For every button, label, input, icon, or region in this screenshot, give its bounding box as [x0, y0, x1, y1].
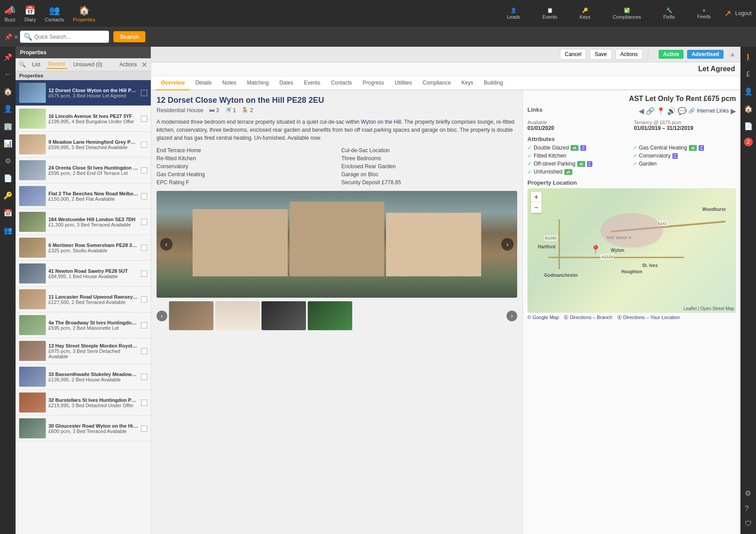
- directions-location-link[interactable]: 🛈 Directions – Your Location: [617, 315, 680, 320]
- nav-compliances[interactable]: ✅ Compliances: [608, 8, 646, 20]
- search-button[interactable]: Search: [113, 31, 145, 42]
- property-item[interactable]: 12 Dorset Close Wyton on the Hill PE28 2…: [16, 80, 151, 106]
- tab-overview[interactable]: Overview: [156, 76, 190, 90]
- tab-dates[interactable]: Dates: [274, 76, 298, 90]
- search-input[interactable]: [34, 34, 105, 40]
- right-sidebar-alert-icon[interactable]: 2: [744, 138, 753, 146]
- gallery-next-button[interactable]: ›: [501, 238, 514, 251]
- panel-actions-button[interactable]: Actions: [120, 61, 137, 68]
- tab-list[interactable]: List: [30, 61, 42, 69]
- tab-compliance[interactable]: Compliance: [417, 76, 456, 90]
- directions-branch-link[interactable]: 🛈 Directions – Branch: [563, 315, 612, 320]
- tab-building[interactable]: Building: [479, 76, 508, 90]
- nav-events[interactable]: 📋 Events: [538, 8, 562, 20]
- cancel-button[interactable]: Cancel: [560, 49, 586, 60]
- right-sidebar-person-icon[interactable]: 🚶: [742, 51, 755, 63]
- sidebar-key-icon[interactable]: 🔑: [2, 190, 14, 202]
- panel-close-icon[interactable]: ✕: [141, 61, 147, 69]
- thumbnail-3[interactable]: [261, 301, 306, 330]
- nav-properties[interactable]: 🏠 Properties: [73, 5, 95, 22]
- sidebar-settings-icon[interactable]: ⚙: [3, 155, 13, 167]
- right-sidebar-pound-icon[interactable]: £: [744, 69, 752, 80]
- property-checkbox[interactable]: [141, 322, 147, 328]
- property-item[interactable]: 33 Bassenthwaite Stukeley Meadows Huntin…: [16, 364, 151, 390]
- thumbnail-4[interactable]: [308, 301, 352, 330]
- property-checkbox[interactable]: [141, 142, 147, 148]
- map-zoom-in-button[interactable]: +: [531, 192, 542, 202]
- nav-right-icon[interactable]: ▶: [731, 107, 736, 115]
- tab-details[interactable]: Details: [190, 76, 217, 90]
- internet-links-button[interactable]: 🔗 Internet Links: [688, 107, 729, 115]
- tab-keys[interactable]: Keys: [456, 76, 479, 90]
- nav-buzz[interactable]: 📣 Buzz: [4, 5, 16, 22]
- google-map-link[interactable]: © Google Map: [527, 315, 559, 320]
- nav-fixflo[interactable]: 🔧 Fixflo: [659, 8, 679, 20]
- property-checkbox[interactable]: [141, 245, 147, 251]
- right-sidebar-shield-icon[interactable]: 🛡: [743, 518, 754, 530]
- sidebar-chart-icon[interactable]: 📊: [2, 138, 14, 150]
- nav-contacts[interactable]: 👥 Contacts: [45, 5, 64, 22]
- property-item[interactable]: 11 Lancaster Road Upwood Ramsey PE26 2PX…: [16, 287, 151, 312]
- sidebar-building-icon[interactable]: 🏢: [2, 120, 14, 132]
- right-sidebar-document-icon[interactable]: 📄: [742, 120, 755, 132]
- right-sidebar-help-icon[interactable]: ?: [743, 503, 754, 514]
- property-checkbox[interactable]: [141, 271, 147, 277]
- property-checkbox[interactable]: [141, 400, 147, 406]
- tab-utilities[interactable]: Utilities: [390, 76, 418, 90]
- property-item[interactable]: 9 Meadow Lane Hemingford Grey PE28 9DH £…: [16, 132, 151, 158]
- property-item[interactable]: Flat 2 The Beeches New Road Melbourn SG8…: [16, 183, 151, 209]
- property-item[interactable]: 24 Orenta Close St Ives Huntingdon PE27 …: [16, 158, 151, 183]
- thumb-next-button[interactable]: ›: [507, 311, 517, 321]
- map-zoom-out-button[interactable]: −: [531, 202, 542, 213]
- tab-progress[interactable]: Progress: [358, 76, 390, 90]
- property-item[interactable]: 41 Newton Road Sawtry PE28 5UT £84,995, …: [16, 261, 151, 287]
- property-checkbox[interactable]: [141, 219, 147, 225]
- property-checkbox[interactable]: [141, 296, 147, 303]
- property-item[interactable]: 184 Westcombe Hill London SE3 7DH £1,300…: [16, 209, 151, 235]
- property-checkbox[interactable]: [141, 348, 147, 354]
- tab-contacts[interactable]: Contacts: [326, 76, 357, 90]
- property-checkbox[interactable]: [141, 90, 147, 96]
- sidebar-people-icon[interactable]: 👤: [2, 103, 14, 115]
- gallery-prev-button[interactable]: ‹: [160, 238, 173, 251]
- save-button[interactable]: Save: [590, 49, 611, 60]
- thumbnail-2[interactable]: [215, 301, 260, 330]
- nav-feeds[interactable]: ≡ Feeds: [693, 8, 716, 19]
- tab-notes[interactable]: Notes: [217, 76, 241, 90]
- property-item[interactable]: 13 Hay Street Steeple Morden Royston SG8…: [16, 338, 151, 364]
- tab-unsaved[interactable]: Unsaved (0): [72, 61, 104, 69]
- tab-matching[interactable]: Matching: [241, 76, 274, 90]
- property-item[interactable]: 6 Mortimer Row Somersham PE28 3YQ £325 p…: [16, 235, 151, 261]
- right-sidebar-settings-icon[interactable]: ⚙: [743, 487, 754, 499]
- property-checkbox[interactable]: [141, 193, 147, 199]
- pin-icon[interactable]: 📌: [4, 33, 12, 40]
- sidebar-back-icon[interactable]: ←: [3, 69, 13, 80]
- actions-button[interactable]: Actions: [615, 49, 643, 60]
- property-item[interactable]: 16 Lincoln Avenue St Ives PE27 3YF £199,…: [16, 106, 151, 132]
- sidebar-document-icon[interactable]: 📄: [2, 172, 14, 184]
- sidebar-home-icon[interactable]: 🏠: [2, 85, 14, 97]
- nav-diary[interactable]: 📅 Diary: [24, 5, 36, 22]
- property-item[interactable]: 4a The Broadway St Ives Huntingdon PE27 …: [16, 312, 151, 338]
- nav-leads[interactable]: 👤 Leads: [503, 8, 525, 20]
- property-item[interactable]: 30 Gloucester Road Wyton on the Hill PE2…: [16, 416, 151, 441]
- nav-keys[interactable]: 🔑 Keys: [575, 8, 595, 20]
- thumbnail-1[interactable]: [169, 301, 213, 330]
- property-checkbox[interactable]: [141, 425, 147, 432]
- wyton-link[interactable]: Wyton on the Hill: [361, 119, 402, 125]
- scroll-up-icon[interactable]: ▲: [729, 50, 736, 58]
- property-item[interactable]: 32 Burstellars St Ives Huntingdon PE27 3…: [16, 390, 151, 416]
- map-container[interactable]: Woodhurst Hartford Wyton St. Ives Godman…: [527, 188, 736, 313]
- right-sidebar-user-icon[interactable]: 👤: [742, 85, 755, 97]
- sidebar-user-group-icon[interactable]: 👥: [2, 224, 14, 236]
- property-checkbox[interactable]: [141, 167, 147, 174]
- tab-recent[interactable]: Recent: [47, 60, 67, 69]
- property-checkbox[interactable]: [141, 116, 147, 122]
- list-icon[interactable]: ≡: [14, 33, 18, 40]
- tab-events[interactable]: Events: [298, 76, 326, 90]
- logout-label[interactable]: Logout: [735, 10, 752, 16]
- property-checkbox[interactable]: [141, 374, 147, 380]
- nav-left-icon[interactable]: ◀: [639, 107, 644, 115]
- sidebar-calendar-icon[interactable]: 📅: [2, 207, 14, 219]
- sidebar-pin-icon[interactable]: 📌: [2, 51, 14, 63]
